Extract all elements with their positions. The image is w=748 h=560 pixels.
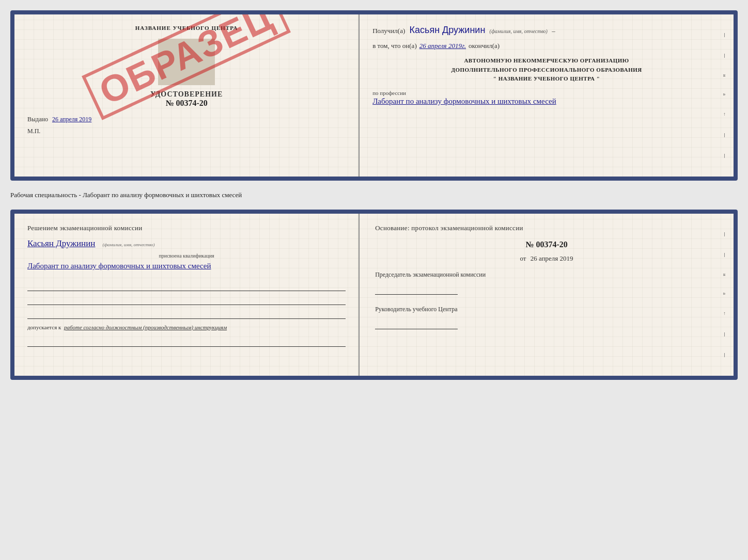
bottom-name-subtitle: (фамилия, имя, отчество) (102, 242, 154, 247)
name-subtitle-top: (фамилия, имя, отчество) (490, 28, 548, 34)
prisvoena-label: присвоена квалификация (27, 253, 346, 259)
protocol-num: № 00374-20 (375, 240, 718, 249)
bottom-right-edge-decoration: и а ← (722, 224, 727, 365)
edge-label-arrow: ← (722, 112, 727, 117)
bottom-cert-left: Решением экзаменационной комиссии Касьян… (14, 214, 360, 376)
predsedatel-sign-line (375, 282, 458, 295)
dash-2 (724, 54, 725, 58)
cert-photo-area (158, 39, 215, 85)
edge-label-a: а (722, 93, 727, 95)
sig-line-1 (27, 280, 346, 291)
recipient-name: Касьян Дружинин (410, 25, 486, 35)
org-block: АВТОНОМНУЮ НЕКОММЕРЧЕСКУЮ ОРГАНИЗАЦИЮ ДО… (372, 56, 721, 84)
top-cert-left: НАЗВАНИЕ УЧЕБНОГО ЦЕНТРА УДОСТОВЕРЕНИЕ №… (14, 14, 360, 177)
top-certificate-card: НАЗВАНИЕ УЧЕБНОГО ЦЕНТРА УДОСТОВЕРЕНИЕ №… (10, 10, 738, 181)
udostoverenie-block: УДОСТОВЕРЕНИЕ № 00374-20 (27, 90, 346, 108)
edge-label-i: и (722, 74, 727, 77)
b-dash-1 (724, 232, 725, 236)
vydano-line: Выдано 26 апреля 2019 (27, 116, 346, 123)
rukovoditel-block: Руководитель учебного Центра (375, 305, 718, 329)
top-cert-right: Получил(а) Касьян Дружинин (фамилия, имя… (360, 14, 734, 177)
dash-4 (724, 154, 725, 158)
kvalif-value: Лаборант по анализу формовочных и шихтов… (27, 260, 346, 272)
mp-line: М.П. (27, 127, 346, 135)
vtom-line: в том, что он(а) 26 апреля 2019г. окончи… (372, 42, 721, 50)
page-wrapper: НАЗВАНИЕ УЧЕБНОГО ЦЕНТРА УДОСТОВЕРЕНИЕ №… (10, 10, 738, 380)
separator-text: Рабочая специальность - Лаборант по анал… (10, 187, 738, 203)
profess-block: по профессии Лаборант по анализу формово… (372, 90, 721, 107)
bottom-certificate-card: Решением экзаменационной комиссии Касьян… (10, 210, 738, 380)
vydano-date: 26 апреля 2019 (52, 116, 91, 123)
name-block-bottom: Касьян Дружинин (фамилия, имя, отчество) (27, 238, 346, 249)
udostoverenie-title: УДОСТОВЕРЕНИЕ (27, 90, 346, 99)
poluchil-line: Получил(а) Касьян Дружинин (фамилия, имя… (372, 25, 721, 36)
bottom-recipient-name: Касьян Дружинин (27, 238, 95, 248)
sig-line-3 (27, 308, 346, 319)
ot-prefix: от (520, 254, 526, 262)
b-edge-label-a: а (722, 293, 727, 295)
b-dash-3 (724, 332, 725, 337)
poluchil-prefix: Получил(а) (372, 27, 405, 35)
predsedatel-title: Председатель экзаменационной комиссии (375, 270, 718, 279)
org-line2: ДОПОЛНИТЕЛЬНОГО ПРОФЕССИОНАЛЬНОГО ОБРАЗО… (372, 66, 721, 75)
sig-line-2 (27, 294, 346, 305)
vydano-prefix: Выдано (27, 116, 48, 123)
vtom-prefix: в том, что он(а) (372, 42, 417, 50)
bottom-cert-right: Основание: протокол экзаменационной коми… (360, 214, 734, 376)
signature-lines (27, 280, 346, 319)
dopuskaetsya-block: допускается к работе согласно должностны… (27, 324, 346, 330)
udostoverenie-num: № 00374-20 (27, 99, 346, 108)
dopusk-prefix: допускается к (27, 324, 61, 330)
b-edge-label-arrow: ← (722, 311, 727, 316)
resheniy-title: Решением экзаменационной комиссии (27, 224, 346, 232)
predsedatel-block: Председатель экзаменационной комиссии (375, 270, 718, 295)
sig-line-bottom (27, 335, 346, 347)
profess-label: по профессии (372, 90, 721, 96)
b-dash-2 (724, 253, 725, 257)
b-edge-label-i: и (722, 274, 727, 276)
org-line3: " НАЗВАНИЕ УЧЕБНОГО ЦЕНТРА " (372, 74, 721, 84)
dash-3 (724, 133, 725, 137)
rukovoditel-title: Руководитель учебного Центра (375, 305, 718, 314)
ot-date: 26 апреля 2019 (531, 254, 573, 262)
dopusk-text: работе согласно должностным (производств… (64, 324, 227, 330)
rukovoditel-sign-line (375, 316, 458, 329)
right-edge-decoration: и а ← (722, 25, 727, 166)
b-dash-4 (724, 353, 725, 357)
dash-1 (724, 33, 725, 37)
org-line1: АВТОНОМНУЮ НЕКОММЕРЧЕСКУЮ ОРГАНИЗАЦИЮ (372, 56, 721, 66)
cert-school-title: НАЗВАНИЕ УЧЕБНОГО ЦЕНТРА (27, 25, 346, 31)
okochil-suffix: окончил(а) (469, 42, 500, 50)
vtom-date: 26 апреля 2019г. (419, 42, 466, 50)
ot-line: от 26 апреля 2019 (375, 254, 718, 263)
profess-value: Лаборант по анализу формовочных и шихтов… (372, 96, 721, 107)
osnovaniye-title: Основание: протокол экзаменационной коми… (375, 224, 718, 232)
